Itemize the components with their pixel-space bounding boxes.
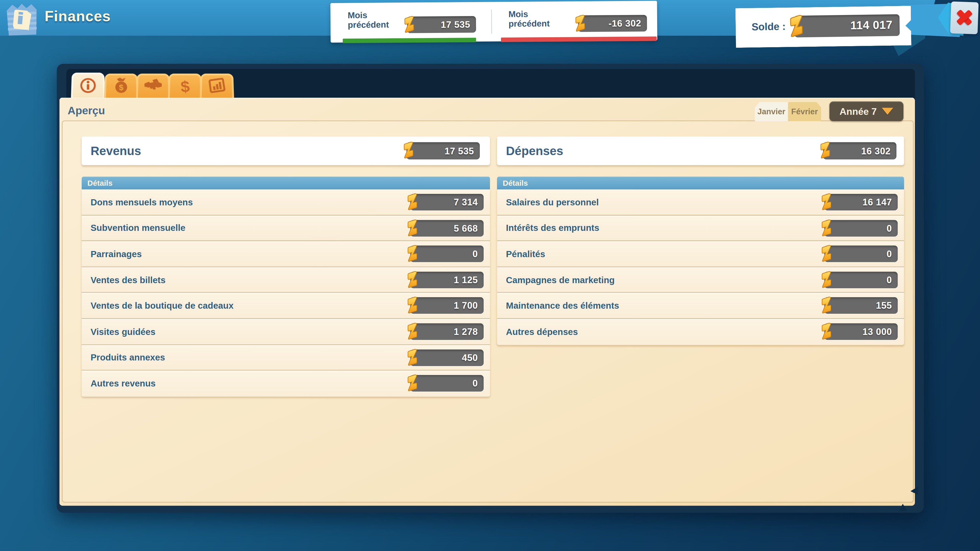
year-dropdown[interactable]: Année 7 [829,102,904,121]
expense-row[interactable]: Campagnes de marketing 0 [497,267,904,293]
expenses-title: Dépenses [506,137,563,165]
money-bag-icon: $ [113,77,130,97]
expense-row-label: Campagnes de marketing [506,275,615,285]
revenue-row[interactable]: Ventes de la boutique de cadeaux 1 700 [82,293,490,319]
expense-row[interactable]: Autres dépenses 13 000 [497,319,904,345]
expenses-total: 16 302 [861,146,891,156]
revenues-details-header: Détails [82,177,490,189]
dollar-icon [821,295,833,316]
expense-row-value: 0 [886,275,892,285]
tab-donations[interactable]: $ [104,74,138,100]
revenue-row-label: Produits annexes [91,352,165,362]
expense-row-badge: 13 000 [824,323,898,340]
revenue-row-label: Autres revenus [91,379,156,389]
prev-month-income: Moisprécédent 17 535 [330,2,491,43]
expense-row[interactable]: Maintenance des éléments 155 [497,293,904,319]
expense-row[interactable]: Intérêts des emprunts 0 [497,215,904,241]
revenue-row-value: 450 [462,352,478,362]
revenue-row-badge: 0 [410,246,484,262]
revenue-row[interactable]: Visites guidées 1 278 [82,319,490,345]
handshake-icon [144,78,162,96]
expense-row[interactable]: Salaires du personnel 16 147 [497,189,904,215]
expense-row-label: Intérêts des emprunts [506,223,600,233]
prev-month-income-value: 17 535 [441,19,470,30]
revenue-row-badge: 1 125 [410,272,484,288]
dollar-icon [574,13,587,34]
dollar-icon [407,295,419,316]
expense-row-value: 155 [876,300,892,311]
chevron-down-icon [882,108,893,115]
balance-badge: 114 017 [794,14,900,38]
expense-row-label: Maintenance des éléments [506,300,619,311]
expense-row-badge: 0 [824,272,898,288]
expense-row-label: Salaires du personnel [506,197,599,207]
revenue-row-value: 0 [473,249,478,259]
revenue-row-badge: 7 314 [410,194,484,210]
expense-row-value: 16 147 [862,197,892,207]
revenue-row[interactable]: Dons mensuels moyens 7 314 [82,189,490,215]
dollar-icon [407,218,419,238]
prev-month-income-badge: 17 535 [407,16,476,33]
close-button[interactable] [950,2,979,35]
svg-text:$: $ [119,83,124,92]
tab-overview[interactable] [71,73,105,102]
expense-row-value: 0 [886,223,892,233]
dollar-icon [407,270,419,290]
revenue-row[interactable]: Subvention mensuelle 5 668 [82,215,490,241]
dollar-icon [403,14,415,35]
revenue-row-label: Subvention mensuelle [91,223,185,233]
dollar-icon [407,321,419,342]
tab-sponsorships[interactable] [136,74,170,100]
revenue-row-value: 7 314 [454,197,478,207]
balance-value: 114 017 [850,18,893,32]
dollar-icon [821,321,833,342]
expense-row-badge: 155 [824,297,898,314]
dollar-icon [821,270,833,290]
revenue-row-value: 1 125 [454,275,478,285]
previous-month-banner: Moisprécédent 17 535 Moisprécédent -16 3… [330,1,657,43]
balance-label: Solde : [752,21,786,33]
revenues-total: 17 535 [445,146,474,156]
expense-row-badge: 0 [824,220,898,236]
expense-row-label: Pénalités [506,249,546,259]
expenses-list: Salaires du personnel 16 147 Intérêts de… [497,189,904,345]
revenue-row[interactable]: Parrainages 0 [82,241,490,267]
revenues-list: Dons mensuels moyens 7 314 Subvention me… [82,189,490,397]
revenue-row-label: Visites guidées [91,326,156,337]
dollar-icon [821,244,833,264]
revenues-title: Revenus [91,137,141,165]
revenue-row-label: Ventes de la boutique de cadeaux [91,300,234,311]
bar-chart-icon [208,78,226,96]
expense-row-value: 13 000 [862,327,892,337]
section-title: Aperçu [68,105,105,118]
month-tab-fevrier[interactable]: Février [788,102,821,121]
finances-book-icon [5,1,40,38]
revenue-row[interactable]: Ventes des billets 1 125 [82,267,490,293]
dollar-icon [403,140,415,161]
dollar-icon [788,13,805,40]
revenue-row[interactable]: Produits annexes 450 [82,345,490,370]
revenue-row-value: 5 668 [454,223,478,233]
dollar-icon: $ [180,79,190,95]
month-tab-janvier[interactable]: Janvier [755,102,788,121]
income-indicator-bar [343,38,476,43]
info-icon [79,77,97,97]
expense-row[interactable]: Pénalités 0 [497,241,904,267]
tab-statistics[interactable] [200,74,234,100]
expense-row-label: Autres dépenses [506,327,578,337]
dollar-icon [821,218,833,238]
dollar-icon [407,373,419,394]
tab-finance[interactable]: $ [168,74,202,100]
prev-month-expense: Moisprécédent -16 302 [491,1,657,41]
revenues-header-card: Revenus 17 535 [82,137,490,165]
finances-screen: Finances Moisprécédent 17 535 Moisprécéd… [0,0,980,551]
balance-card: Solde : 114 017 [735,6,912,48]
revenue-row-badge: 1 278 [410,323,484,340]
revenue-row[interactable]: Autres revenus 0 [82,371,490,396]
revenue-row-value: 0 [473,378,478,389]
revenue-row-label: Parrainages [91,249,142,259]
dollar-icon [407,347,419,368]
prev-month-expense-label: Moisprécédent [508,10,550,29]
revenue-row-badge: 0 [410,375,484,392]
prev-month-expense-badge: -16 302 [578,15,647,32]
